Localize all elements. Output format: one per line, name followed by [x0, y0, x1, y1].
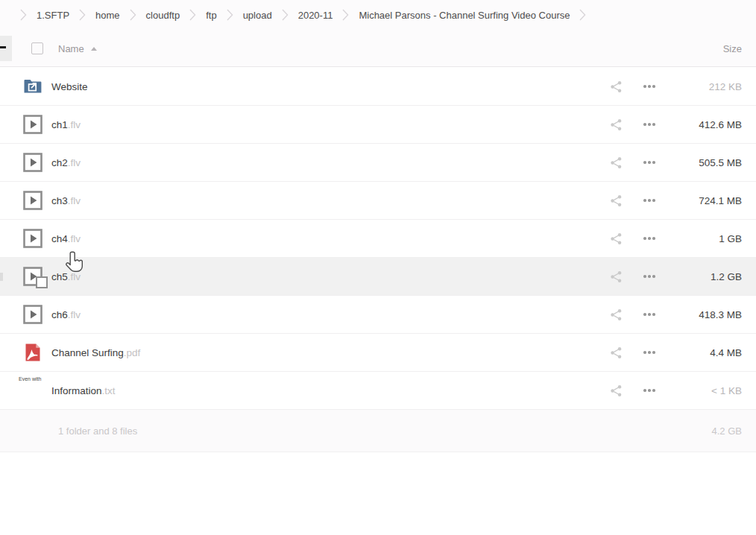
breadcrumb-item-cloudftp[interactable]: cloudftp	[146, 10, 180, 21]
file-size: 1.2 GB	[667, 271, 742, 282]
file-name: ch3.flv	[51, 195, 81, 206]
ellipsis-icon	[643, 275, 646, 278]
item-count-summary: 1 folder and 8 files	[58, 425, 137, 437]
edge-panel-artifact	[0, 36, 12, 61]
more-options-button[interactable]	[642, 345, 657, 360]
breadcrumb-item-home[interactable]: home	[95, 10, 120, 21]
file-row-ch5[interactable]: ch5.flv 1.2 GB	[0, 258, 756, 296]
file-list: Website 212 KB ch1.flv 412.6 MB ch2.flv …	[0, 68, 756, 410]
more-options-button[interactable]	[642, 193, 657, 208]
select-all-checkbox[interactable]	[31, 42, 43, 54]
share-button[interactable]	[608, 269, 623, 284]
sort-ascending-icon	[91, 47, 97, 51]
file-size: 724.1 MB	[667, 195, 742, 206]
drag-ghost-square-artifact	[36, 276, 48, 288]
ellipsis-icon	[643, 123, 646, 126]
text-file-icon-slot	[23, 381, 42, 400]
hand-cursor-icon	[66, 250, 85, 274]
more-options-button[interactable]	[642, 79, 657, 94]
edge-sliver-artifact	[0, 273, 3, 281]
chevron-right-icon	[130, 7, 136, 22]
file-name: ch2.flv	[51, 157, 81, 168]
share-icon	[610, 194, 623, 207]
ellipsis-icon	[643, 389, 646, 392]
share-button[interactable]	[608, 231, 623, 246]
chevron-right-icon	[189, 7, 196, 22]
video-file-icon	[23, 191, 42, 210]
file-name: Website	[51, 81, 88, 92]
file-row-ch6[interactable]: ch6.flv 418.3 MB	[0, 296, 756, 334]
name-column-header[interactable]: Name	[58, 43, 97, 54]
file-size: < 1 KB	[667, 385, 742, 396]
share-button[interactable]	[608, 155, 623, 170]
file-size: 505.5 MB	[667, 157, 742, 168]
video-file-icon	[23, 305, 42, 324]
ellipsis-icon	[643, 161, 646, 164]
file-size: 418.3 MB	[667, 309, 742, 320]
chevron-right-icon	[342, 7, 349, 22]
list-footer: 1 folder and 8 files 4.2 GB	[0, 410, 756, 452]
more-options-button[interactable]	[642, 307, 657, 322]
size-column-header[interactable]: Size	[723, 43, 742, 54]
share-icon	[610, 384, 623, 397]
share-button[interactable]	[608, 383, 623, 398]
video-file-icon	[23, 229, 42, 248]
list-header: Name Size	[0, 30, 756, 67]
file-name: ch6.flv	[51, 309, 81, 320]
file-name: ch1.flv	[51, 119, 81, 130]
video-file-icon	[23, 115, 42, 134]
more-options-button[interactable]	[642, 269, 657, 284]
chevron-right-icon	[579, 7, 586, 22]
share-button[interactable]	[608, 345, 623, 360]
file-name: Channel Surfing.pdf	[51, 347, 140, 358]
share-icon	[610, 118, 623, 131]
more-options-button[interactable]	[642, 117, 657, 132]
file-row-website[interactable]: Website 212 KB	[0, 68, 756, 106]
name-column-label: Name	[58, 43, 84, 54]
share-icon	[610, 232, 623, 245]
ellipsis-icon	[643, 237, 646, 240]
file-row-ch4[interactable]: ch4.flv 1 GB	[0, 220, 756, 258]
share-icon	[610, 270, 623, 283]
more-options-button[interactable]	[642, 383, 657, 398]
file-row-channel-surfing-pdf[interactable]: Channel Surfing.pdf 4.4 MB	[0, 334, 756, 372]
share-icon	[610, 80, 623, 93]
breadcrumb-item-upload[interactable]: upload	[243, 10, 272, 21]
share-icon	[610, 346, 623, 359]
file-size: 4.4 MB	[667, 347, 742, 358]
chevron-right-icon	[282, 7, 289, 22]
pdf-file-icon	[23, 343, 42, 362]
more-options-button[interactable]	[642, 155, 657, 170]
breadcrumb-item-2020-11[interactable]: 2020-11	[298, 10, 333, 21]
breadcrumb-item-sftp[interactable]: 1.SFTP	[37, 10, 69, 21]
breadcrumb-item-ftp[interactable]: ftp	[206, 10, 216, 21]
file-row-information-txt[interactable]: Even with Information.txt < 1 KB	[0, 372, 756, 410]
shared-folder-icon	[23, 77, 42, 96]
breadcrumb-item-current-folder[interactable]: Michael Parsons - Channel Surfing Video …	[359, 10, 570, 21]
chevron-right-icon	[227, 7, 233, 22]
ellipsis-icon	[643, 85, 646, 88]
top-bar: 1.SFTP home cloudftp ftp upload 2020-11 …	[0, 0, 756, 67]
chevron-right-icon	[20, 7, 27, 22]
share-icon	[610, 156, 623, 169]
file-name: Information.txt	[51, 385, 116, 396]
more-options-button[interactable]	[642, 231, 657, 246]
file-row-ch2[interactable]: ch2.flv 505.5 MB	[0, 144, 756, 182]
share-button[interactable]	[608, 117, 623, 132]
ellipsis-icon	[643, 313, 646, 316]
video-file-icon	[23, 153, 42, 172]
share-button[interactable]	[608, 79, 623, 94]
breadcrumb: 1.SFTP home cloudftp ftp upload 2020-11 …	[0, 0, 756, 30]
file-size: 212 KB	[667, 81, 742, 92]
ellipsis-icon	[643, 199, 646, 202]
file-size: 412.6 MB	[667, 119, 742, 130]
file-size: 1 GB	[667, 233, 742, 244]
chevron-right-icon	[79, 7, 86, 22]
share-button[interactable]	[608, 307, 623, 322]
ellipsis-icon	[643, 351, 646, 354]
file-row-ch1[interactable]: ch1.flv 412.6 MB	[0, 106, 756, 144]
total-size: 4.2 GB	[712, 425, 742, 437]
share-button[interactable]	[608, 193, 623, 208]
file-row-ch3[interactable]: ch3.flv 724.1 MB	[0, 182, 756, 220]
file-name: ch4.flv	[51, 233, 81, 244]
